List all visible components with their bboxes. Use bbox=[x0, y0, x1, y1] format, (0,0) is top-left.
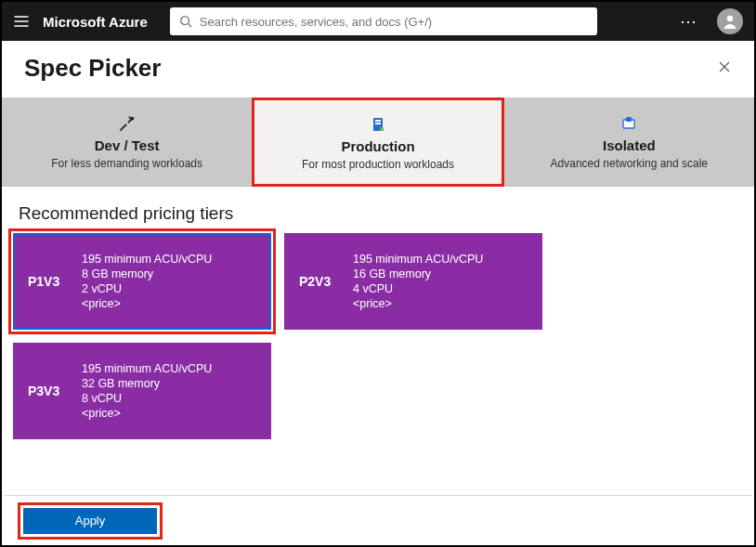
svg-point-2 bbox=[727, 16, 733, 21]
tier-memory: 32 GB memory bbox=[82, 377, 212, 390]
tab-subtitle: For less demanding workloads bbox=[51, 157, 202, 170]
svg-point-7 bbox=[380, 127, 384, 131]
search-box[interactable] bbox=[170, 7, 597, 35]
tier-memory: 8 GB memory bbox=[82, 267, 212, 280]
server-icon bbox=[369, 114, 387, 135]
close-button[interactable] bbox=[717, 59, 732, 78]
blade-content: Dev / Test For less demanding workloads … bbox=[2, 98, 754, 492]
user-icon bbox=[721, 12, 739, 31]
tier-vcpu: 2 vCPU bbox=[82, 282, 212, 295]
close-icon bbox=[717, 59, 732, 74]
tier-specs: 195 minimum ACU/vCPU 32 GB memory 8 vCPU… bbox=[82, 362, 212, 420]
tier-sku: P1V3 bbox=[28, 274, 82, 289]
svg-line-1 bbox=[188, 24, 191, 28]
workload-tabs: Dev / Test For less demanding workloads … bbox=[2, 98, 754, 187]
menu-icon[interactable] bbox=[13, 13, 30, 30]
tier-memory: 16 GB memory bbox=[353, 267, 483, 280]
tier-specs: 195 minimum ACU/vCPU 16 GB memory 4 vCPU… bbox=[353, 253, 483, 310]
tier-price: <price> bbox=[82, 297, 212, 310]
tier-vcpu: 8 vCPU bbox=[82, 392, 212, 405]
tier-card-p3v3[interactable]: P3V3 195 minimum ACU/vCPU 32 GB memory 8… bbox=[13, 343, 271, 439]
tier-sku: P3V3 bbox=[28, 384, 82, 398]
avatar[interactable] bbox=[717, 8, 743, 34]
svg-rect-9 bbox=[626, 117, 632, 122]
svg-point-0 bbox=[181, 17, 189, 25]
tier-price: <price> bbox=[82, 407, 212, 420]
recommended-title: Recommended pricing tiers bbox=[2, 187, 754, 233]
search-input[interactable] bbox=[200, 15, 588, 29]
tier-acu: 195 minimum ACU/vCPU bbox=[82, 253, 212, 266]
svg-point-3 bbox=[130, 117, 134, 121]
tier-sku: P2V3 bbox=[299, 274, 353, 289]
tab-title: Dev / Test bbox=[95, 137, 160, 153]
tab-dev-test[interactable]: Dev / Test For less demanding workloads bbox=[2, 98, 252, 187]
brand-title: Microsoft Azure bbox=[43, 14, 148, 30]
search-icon bbox=[179, 15, 192, 28]
tier-card-p1v3[interactable]: P1V3 195 minimum ACU/vCPU 8 GB memory 2 … bbox=[13, 233, 271, 330]
tab-subtitle: Advanced networking and scale bbox=[551, 157, 708, 170]
tab-isolated[interactable]: Isolated Advanced networking and scale bbox=[504, 98, 754, 187]
blade-header: Spec Picker bbox=[2, 41, 754, 98]
apply-highlight: Apply bbox=[20, 505, 160, 537]
isolated-icon bbox=[620, 113, 637, 134]
tier-card-p2v3[interactable]: P2V3 195 minimum ACU/vCPU 16 GB memory 4… bbox=[284, 233, 542, 330]
tier-specs: 195 minimum ACU/vCPU 8 GB memory 2 vCPU … bbox=[82, 253, 212, 310]
tab-subtitle: For most production workloads bbox=[302, 158, 454, 171]
tab-title: Isolated bbox=[603, 137, 656, 153]
tab-production[interactable]: Production For most production workloads bbox=[252, 98, 503, 187]
tier-acu: 195 minimum ACU/vCPU bbox=[82, 362, 212, 375]
apply-button[interactable]: Apply bbox=[23, 508, 157, 534]
blade-title: Spec Picker bbox=[24, 54, 161, 83]
footer-bar: Apply bbox=[4, 495, 752, 545]
svg-rect-5 bbox=[375, 120, 381, 122]
tier-price: <price> bbox=[353, 297, 483, 310]
svg-rect-6 bbox=[375, 123, 381, 124]
tier-vcpu: 4 vCPU bbox=[353, 282, 483, 295]
pricing-tiers: P1V3 195 minimum ACU/vCPU 8 GB memory 2 … bbox=[2, 233, 754, 462]
more-icon[interactable]: ⋯ bbox=[674, 11, 704, 32]
tools-icon bbox=[117, 113, 137, 134]
tab-title: Production bbox=[341, 138, 414, 154]
tier-acu: 195 minimum ACU/vCPU bbox=[353, 253, 483, 266]
top-bar: Microsoft Azure ⋯ bbox=[2, 2, 754, 41]
